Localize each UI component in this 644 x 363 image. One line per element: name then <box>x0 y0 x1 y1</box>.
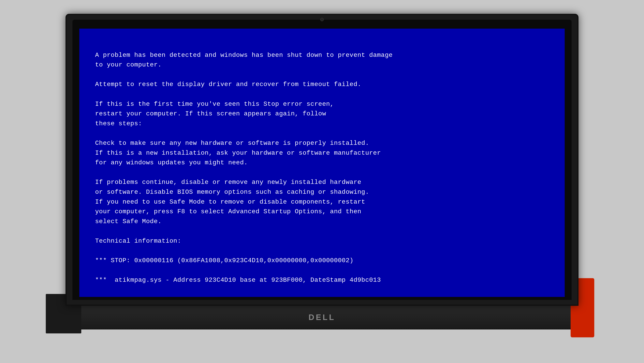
laptop-container: A problem has been detected and windows … <box>46 14 598 349</box>
laptop-screen-bezel: A problem has been detected and windows … <box>72 20 572 300</box>
bsod-line4: Attempt to reset the display driver and … <box>95 81 361 88</box>
bsod-line12: for any windows updates you might need. <box>95 159 248 166</box>
bsod-line17: your computer, press F8 to select Advanc… <box>95 208 361 215</box>
bsod-line11: If this is a new installation, ask your … <box>95 149 381 157</box>
bsod-line16: If you need to use Safe Mode to remove o… <box>95 198 365 206</box>
webcam <box>320 18 324 21</box>
bsod-line10: Check to make sure any new hardware or s… <box>95 140 369 147</box>
bsod-text-content: A problem has been detected and windows … <box>95 40 549 295</box>
bsod-line2: to your computer. <box>95 61 162 68</box>
laptop-brand-label: DELL <box>308 313 336 322</box>
laptop-screen-lid: A problem has been detected and windows … <box>66 14 578 306</box>
laptop-base: DELL <box>58 306 586 330</box>
bsod-driver-info: *** atikmpag.sys - Address 923C4D10 base… <box>95 276 381 284</box>
bsod-line18: select Safe Mode. <box>95 218 162 225</box>
bsod-line15: or software. Disable BIOS memory options… <box>95 188 369 196</box>
bsod-line6: If this is the first time you've seen th… <box>95 100 334 108</box>
bsod-stop-code: *** STOP: 0x00000116 (0x86FA1008,0x923C4… <box>95 257 354 264</box>
bsod-line1: A problem has been detected and windows … <box>95 52 393 59</box>
bsod-line14: If problems continue, disable or remove … <box>95 178 361 186</box>
bsod-line8: these steps: <box>95 120 142 127</box>
bsod-line7: restart your computer. If this screen ap… <box>95 110 326 118</box>
bsod-tech-header: Technical information: <box>95 237 181 245</box>
bsod-screen: A problem has been detected and windows … <box>79 28 565 297</box>
